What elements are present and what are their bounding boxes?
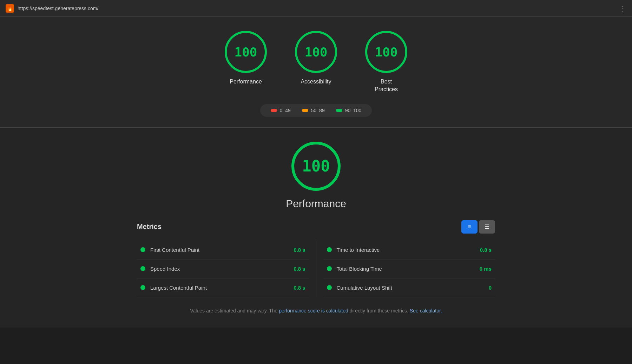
view-toggle: ≡ ☰ [461, 220, 495, 234]
score-item-performance: 100 Performance [225, 31, 267, 94]
footer-middle: directly from these metrics. [348, 308, 410, 314]
metrics-section: Metrics ≡ ☰ First Contentful Paint 0.8 s [123, 220, 509, 314]
score-legend: 0–49 50–89 90–100 [0, 104, 632, 117]
list-icon: ☰ [485, 223, 489, 230]
metrics-divider [316, 241, 316, 297]
grid-icon: ≡ [468, 224, 471, 230]
browser-menu-icon[interactable]: ⋮ [619, 4, 626, 13]
performance-circle: 100 [225, 31, 267, 73]
metric-name-cls: Cumulative Layout Shift [337, 285, 466, 291]
metrics-right-column: Time to Interactive 0.8 s Total Blocking… [323, 241, 495, 297]
metrics-left-column: First Contentful Paint 0.8 s Speed Index… [137, 241, 309, 297]
browser-url: https://speedtest.generatepress.com/ [18, 6, 98, 11]
browser-favicon: 🔥 [6, 4, 14, 13]
browser-chrome: 🔥 https://speedtest.generatepress.com/ ⋮ [0, 0, 632, 17]
metric-dot-tti [327, 247, 332, 252]
legend-dot-red [271, 109, 277, 112]
metric-value-tti: 0.8 s [470, 247, 492, 253]
toggle-list-button[interactable]: ☰ [479, 220, 495, 234]
metric-value-si: 0.8 s [284, 266, 305, 272]
accessibility-label: Accessibility [301, 78, 331, 86]
calculator-link[interactable]: See calculator. [410, 308, 442, 314]
performance-score-link[interactable]: performance score is calculated [279, 308, 348, 314]
metric-cls: Cumulative Layout Shift 0 [323, 278, 495, 297]
main-score-container: 100 [0, 142, 632, 191]
legend-item-green: 90–100 [336, 108, 362, 113]
footer-note: Values are estimated and may vary. The p… [137, 308, 495, 314]
metric-value-cls: 0 [470, 285, 492, 291]
legend-inner: 0–49 50–89 90–100 [260, 104, 372, 117]
best-practices-score: 100 [375, 45, 397, 59]
score-circles-container: 100 Performance 100 Accessibility 100 Be… [0, 31, 632, 94]
metric-value-fcp: 0.8 s [284, 247, 305, 253]
metric-dot-fcp [140, 247, 145, 252]
metric-value-tbt: 0 ms [470, 266, 492, 272]
legend-item-red: 0–49 [271, 108, 291, 113]
metric-tti: Time to Interactive 0.8 s [323, 241, 495, 259]
best-practices-circle: 100 [365, 31, 407, 73]
metric-dot-lcp [140, 285, 145, 290]
accessibility-score: 100 [304, 45, 327, 59]
main-performance-circle: 100 [291, 142, 341, 191]
performance-label: Performance [230, 78, 262, 86]
toggle-grid-button[interactable]: ≡ [461, 220, 478, 234]
metric-tbt: Total Blocking Time 0 ms [323, 259, 495, 278]
metric-dot-cls [327, 285, 332, 290]
top-scores-section: 100 Performance 100 Accessibility 100 Be… [0, 17, 632, 128]
metric-si: Speed Index 0.8 s [137, 259, 309, 278]
metrics-header: Metrics ≡ ☰ [137, 220, 495, 234]
metric-fcp: First Contentful Paint 0.8 s [137, 241, 309, 259]
metric-lcp: Largest Contentful Paint 0.8 s [137, 278, 309, 297]
legend-range-orange: 50–89 [311, 108, 325, 113]
metric-name-fcp: First Contentful Paint [150, 247, 279, 253]
legend-dot-green [336, 109, 342, 112]
metrics-title: Metrics [137, 223, 162, 231]
performance-detail-section: 100 Performance Metrics ≡ ☰ First Conten… [0, 128, 632, 328]
accessibility-circle: 100 [295, 31, 337, 73]
legend-range-green: 90–100 [345, 108, 362, 113]
legend-range-red: 0–49 [280, 108, 291, 113]
legend-item-orange: 50–89 [302, 108, 325, 113]
metric-name-lcp: Largest Contentful Paint [150, 285, 279, 291]
metric-dot-si [140, 266, 145, 271]
score-item-best-practices: 100 BestPractices [365, 31, 407, 94]
metric-dot-tbt [327, 266, 332, 271]
score-item-accessibility: 100 Accessibility [295, 31, 337, 94]
metric-name-tbt: Total Blocking Time [337, 266, 466, 272]
performance-score: 100 [234, 45, 257, 59]
best-practices-label: BestPractices [375, 78, 398, 94]
metric-name-tti: Time to Interactive [337, 247, 466, 253]
footer-prefix: Values are estimated and may vary. The [190, 308, 279, 314]
legend-dot-orange [302, 109, 308, 112]
metrics-columns: First Contentful Paint 0.8 s Speed Index… [137, 241, 495, 297]
main-performance-score: 100 [302, 157, 330, 175]
metric-name-si: Speed Index [150, 266, 279, 272]
main-performance-label: Performance [0, 198, 632, 210]
metric-value-lcp: 0.8 s [284, 285, 305, 291]
